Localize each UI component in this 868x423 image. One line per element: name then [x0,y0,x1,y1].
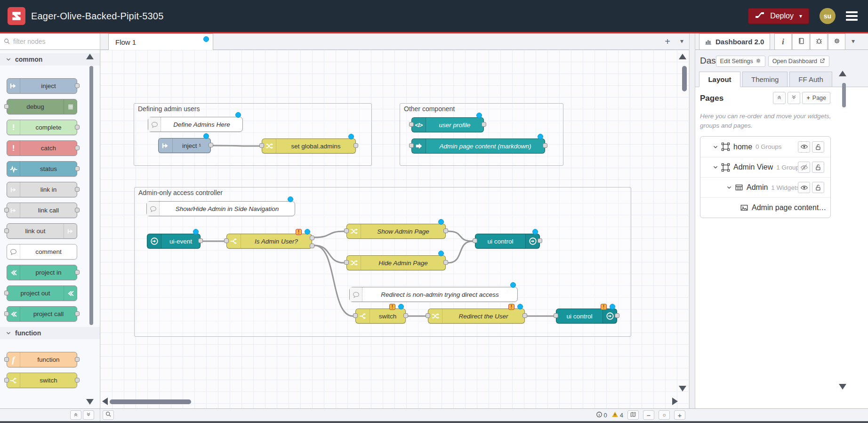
tab-flow-1[interactable]: Flow 1 [108,33,213,50]
comment-node-11[interactable]: Redirect is non-admin trying direct acce… [349,287,518,302]
port-in[interactable] [344,260,349,265]
flow-node-7[interactable]: Is Admin User?! [226,234,312,249]
tree-row-admin[interactable]: Admin1 Widgets [700,177,830,197]
tab-layout[interactable]: Layout [699,72,740,87]
comment-node-0[interactable]: Define Admins Here [148,117,243,132]
deploy-button[interactable]: Deploy ▾ [748,8,809,24]
flow-canvas[interactable]: Defining admin usersOther componentAdmin… [100,50,689,408]
port-in[interactable] [473,238,477,243]
sidebar-scroll-down[interactable] [839,384,846,390]
canvas-scroll-up[interactable] [679,54,686,59]
port-in[interactable] [224,238,229,243]
zoom-reset-button[interactable]: ○ [659,410,670,420]
palette-node-project-in[interactable]: project in [7,265,77,280]
palette-node-project-call[interactable]: project call [7,306,77,322]
tree-row-admin-view[interactable]: Admin View1 Groups [700,157,830,177]
chevron-down-icon[interactable] [726,185,732,190]
wire-6[interactable] [448,241,473,263]
port-out[interactable] [75,270,80,275]
port-out[interactable] [75,187,80,192]
tab-theming[interactable]: Theming [742,72,788,87]
visibility-toggle-button[interactable] [798,182,810,193]
palette-scroll-down[interactable] [86,399,94,405]
canvas-scroll-right[interactable] [672,398,678,405]
port-out[interactable] [75,311,80,316]
palette-node-link-out[interactable]: link out [7,223,77,239]
flow-node-4[interactable]: Admin page content (markdown) [411,138,545,154]
port-in[interactable] [4,378,9,382]
edit-settings-button[interactable]: Edit Settings [716,56,765,67]
palette-node-project-out[interactable]: project out [7,285,77,301]
port-out-1[interactable] [310,236,314,240]
port-out[interactable] [75,146,80,150]
tree-row-admin-page-content-(markdown)[interactable]: Admin page content (markdown) [700,197,830,218]
deploy-caret-icon[interactable]: ▾ [799,13,802,19]
help-tab-button[interactable] [792,33,810,50]
port-in[interactable] [353,313,358,318]
canvas-scroll-left[interactable] [102,398,108,405]
chevron-down-icon[interactable] [713,164,718,170]
canvas-vertical-scrollbar[interactable] [682,66,687,91]
tab-ff-auth[interactable]: FF Auth [789,72,832,87]
port-out[interactable] [443,228,448,233]
palette-node-complete[interactable]: !complete [7,120,77,135]
flow-node-10[interactable]: ui control [475,234,540,249]
tab-dashboard-2[interactable]: Dashboard 2.0 [699,33,770,50]
collapse-all-button[interactable] [773,92,786,104]
palette-node-debug[interactable]: debug [7,99,77,114]
palette-node-switch[interactable]: switch [7,373,77,388]
port-in[interactable] [259,143,264,148]
port-in[interactable] [344,228,349,233]
port-in[interactable] [4,228,9,233]
port-out[interactable] [354,143,358,148]
add-flow-button[interactable]: + [665,36,670,47]
tree-row-home[interactable]: home0 Groups [700,137,830,157]
info-tab-button[interactable]: i [774,33,792,50]
port-out[interactable] [522,313,527,318]
flow-node-9[interactable]: Hide Admin Page [346,255,446,270]
port-out[interactable] [538,238,542,243]
port-out[interactable] [443,260,448,265]
port-out[interactable] [75,208,80,212]
flow-node-12[interactable]: switch! [355,309,406,324]
palette-expand-all-button[interactable] [83,410,94,420]
palette-node-link-in[interactable]: link in [7,182,77,197]
user-avatar[interactable]: su [820,8,836,24]
port-out[interactable] [75,83,80,88]
port-in[interactable] [426,313,430,318]
port-out[interactable] [543,143,547,148]
palette-category-function[interactable]: function [0,327,100,339]
port-out[interactable] [75,125,80,130]
port-in[interactable] [409,122,414,127]
palette-node-catch[interactable]: !catch [7,140,77,156]
lock-toggle-button[interactable] [812,182,824,193]
palette-category-common[interactable]: common [0,53,100,65]
main-menu-button[interactable] [846,9,858,23]
info-count[interactable]: 0 [596,411,607,419]
port-out-2[interactable] [310,244,314,248]
flow-node-13[interactable]: Redirect the User! [428,309,525,324]
wire-3[interactable] [314,245,344,263]
search-flows-button[interactable] [103,410,114,420]
filter-nodes-input[interactable] [13,38,84,45]
port-out[interactable] [75,378,80,382]
sidebar-scrollbar[interactable] [842,83,846,107]
debug-tab-button[interactable] [810,33,828,50]
sidebar-splitter[interactable] [689,33,695,408]
config-tab-button[interactable] [828,33,845,50]
palette-node-link-call[interactable]: link call [7,203,77,218]
port-in[interactable] [4,357,9,362]
add-page-button[interactable]: +Page [802,92,830,104]
sidebar-scroll-up[interactable] [839,71,846,76]
wire-5[interactable] [448,231,473,241]
port-out[interactable] [615,313,619,318]
port-out[interactable] [198,238,203,243]
visibility-toggle-button[interactable] [798,162,810,173]
port-in[interactable] [409,143,414,148]
flow-node-6[interactable]: ui-event [147,234,201,249]
lock-toggle-button[interactable] [812,162,824,173]
palette-scroll-up[interactable] [86,54,94,59]
palette-node-function[interactable]: ffunction [7,352,77,367]
flow-node-14[interactable]: ui control! [556,309,617,324]
flow-node-3[interactable]: </>user profile [411,117,484,132]
